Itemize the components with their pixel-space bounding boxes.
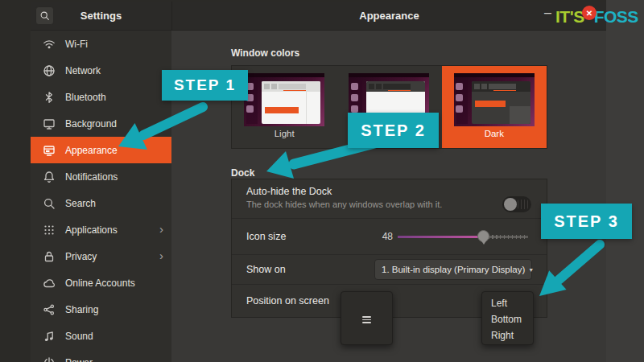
position-dropdown-menu: Left Bottom Right — [481, 291, 534, 345]
sidebar-item-label: Privacy — [65, 251, 97, 262]
settings-window: Settings Wi-Fi Network Bluetooth — [31, 2, 606, 362]
chevron-down-icon: ▼ — [525, 267, 534, 273]
sidebar-item-appearance[interactable]: Appearance — [31, 137, 171, 163]
window-title: Settings — [31, 10, 171, 22]
logo-text-foss: FOSS — [594, 7, 638, 27]
icon-size-label: Icon size — [246, 231, 286, 242]
sidebar-item-network[interactable]: Network — [31, 57, 171, 84]
wifi-icon — [43, 38, 56, 51]
background-icon — [43, 117, 56, 130]
show-on-dropdown[interactable]: 1. Built-in display (Primary Display) ▼ — [374, 259, 532, 280]
autohide-subtitle: The dock hides when any windows overlap … — [246, 200, 532, 209]
position-label: Position on screen — [246, 295, 329, 306]
toggle-knob — [504, 198, 517, 211]
sidebar-item-background[interactable]: Background — [31, 110, 171, 137]
bluetooth-icon — [43, 91, 56, 104]
icon-size-row: Icon size 48 — [232, 218, 547, 254]
logo-badge-icon: ✕ — [582, 6, 597, 20]
sidebar-item-sound[interactable]: Sound — [31, 323, 171, 349]
autohide-toggle[interactable] — [502, 196, 531, 212]
dock-section-title: Dock — [231, 167, 254, 179]
sidebar-item-online-accounts[interactable]: Online Accounts — [31, 269, 171, 296]
sidebar-item-label: Sound — [65, 331, 93, 342]
sidebar-item-label: Search — [65, 198, 96, 209]
network-icon — [43, 64, 56, 77]
slider-ticks — [484, 235, 528, 239]
sidebar-item-search[interactable]: Search — [31, 190, 171, 216]
sidebar-item-label: Applications — [65, 224, 118, 236]
page-title: Appearance — [172, 10, 606, 22]
theme-label: Dark — [485, 129, 504, 138]
sidebar-item-label: Wi-Fi — [65, 39, 88, 50]
show-on-value: 1. Built-in display (Primary Display) — [382, 265, 525, 274]
step3-label: STEP 3 — [541, 204, 632, 239]
menu-item-right[interactable]: Right — [482, 327, 533, 343]
hamburger-menu-button[interactable] — [341, 291, 393, 345]
autohide-title: Auto-hide the Dock — [246, 186, 532, 197]
sidebar-item-sharing[interactable]: Sharing — [31, 296, 171, 323]
menu-item-bottom[interactable]: Bottom — [482, 311, 533, 327]
menu-item-left[interactable]: Left — [482, 295, 533, 311]
content-headerbar: Appearance – — [171, 2, 606, 31]
theme-option-dark[interactable]: Dark — [442, 66, 547, 148]
power-icon — [43, 356, 56, 362]
search-icon — [43, 197, 56, 210]
sidebar-list: Wi-Fi Network Bluetooth Background Appea… — [31, 31, 171, 362]
dark-theme-preview — [454, 73, 535, 126]
sidebar-item-privacy[interactable]: Privacy › — [31, 243, 171, 269]
show-on-label: Show on — [246, 264, 286, 275]
chevron-right-icon: › — [159, 222, 163, 236]
itsfoss-logo: IT'S ✕ FOSS — [555, 7, 638, 27]
bell-icon — [43, 171, 56, 183]
sidebar-item-notifications[interactable]: Notifications — [31, 163, 171, 190]
grid-icon — [43, 224, 56, 237]
music-note-icon — [43, 330, 56, 343]
window-colors-section-title: Window colors — [231, 47, 299, 59]
autohide-row: Auto-hide the Dock The dock hides when a… — [232, 179, 547, 218]
sidebar-item-bluetooth[interactable]: Bluetooth — [31, 84, 171, 110]
sidebar-item-label: Network — [65, 65, 101, 76]
lock-icon — [43, 250, 56, 263]
slider-fill — [398, 236, 484, 238]
icon-size-value: 48 — [369, 231, 393, 242]
sidebar-item-label: Bluetooth — [65, 92, 106, 103]
sidebar-item-label: Sharing — [65, 304, 98, 315]
icon-size-slider[interactable] — [398, 230, 528, 243]
minimize-button[interactable]: – — [544, 6, 551, 20]
share-icon — [43, 303, 56, 316]
appearance-icon — [43, 144, 56, 157]
light-theme-preview — [244, 73, 324, 126]
toggle-ribs — [518, 200, 528, 209]
theme-label: Light — [275, 129, 295, 138]
step1-label: STEP 1 — [162, 70, 248, 101]
hamburger-icon — [362, 315, 371, 325]
logo-text-its: IT'S — [555, 7, 584, 27]
chevron-right-icon: › — [159, 249, 163, 262]
sidebar-item-label: Power — [65, 357, 93, 362]
sidebar-item-label: Background — [65, 118, 117, 130]
sidebar-item-label: Notifications — [65, 171, 118, 183]
cloud-icon — [43, 277, 56, 290]
desktop-background — [606, 0, 644, 362]
sidebar-item-wifi[interactable]: Wi-Fi — [31, 31, 171, 57]
sidebar: Settings Wi-Fi Network Bluetooth — [31, 2, 171, 362]
slider-knob[interactable] — [477, 230, 489, 242]
screenshot-root: Settings Wi-Fi Network Bluetooth — [0, 0, 644, 362]
sidebar-item-label: Online Accounts — [65, 278, 135, 289]
show-on-row: Show on 1. Built-in display (Primary Dis… — [232, 254, 547, 284]
sidebar-item-power[interactable]: Power — [31, 349, 171, 362]
step2-label: STEP 2 — [348, 113, 439, 148]
sidebar-item-label: Appearance — [65, 145, 118, 156]
sidebar-headerbar: Settings — [31, 2, 171, 31]
sidebar-item-applications[interactable]: Applications › — [31, 216, 171, 243]
